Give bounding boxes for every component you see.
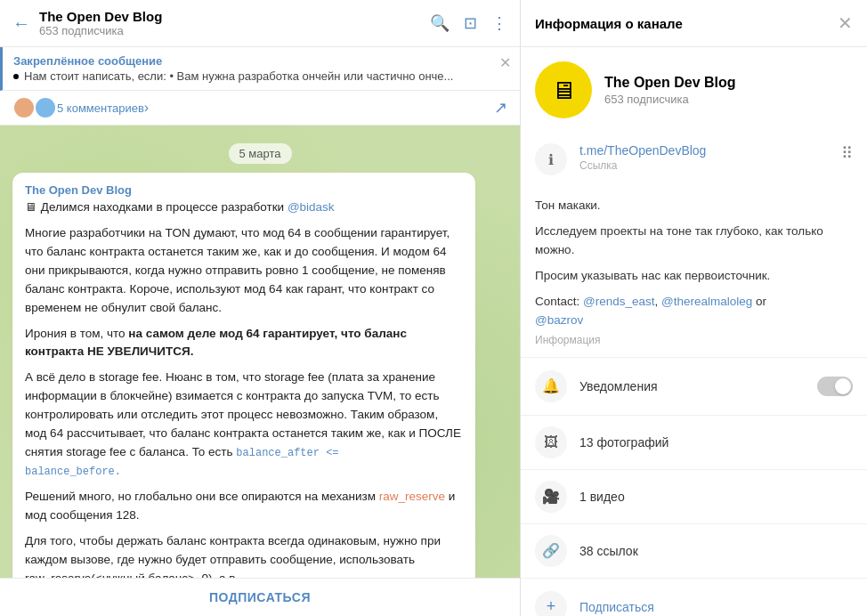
- chat-header-info: The Open Dev Blog 653 подписчика: [39, 9, 430, 37]
- bell-icon: 🔔: [535, 370, 567, 402]
- comments-link[interactable]: 5 комментариев: [57, 101, 144, 115]
- links-row[interactable]: 🔗 38 ссылок: [521, 524, 867, 579]
- back-button[interactable]: ←: [12, 13, 30, 34]
- close-icon[interactable]: ✕: [838, 12, 853, 34]
- pinned-dot: [13, 74, 19, 79]
- channel-meta: The Open Dev Blog 653 подписчика: [604, 75, 736, 106]
- info-circle-icon: ℹ: [535, 143, 567, 175]
- videos-icon: 🎥: [535, 481, 567, 513]
- channel-subscribers: 653 подписчика: [604, 93, 736, 106]
- channel-name: The Open Dev Blog: [604, 75, 736, 91]
- links-label: 38 ссылок: [579, 544, 853, 558]
- photos-label: 13 фотографий: [579, 435, 853, 450]
- chat-subtitle: 653 подписчика: [39, 24, 430, 37]
- info-section: ℹ t.me/TheOpenDevBlog Ссылка ⠿: [521, 133, 867, 186]
- videos-row[interactable]: 🎥 1 видео: [521, 470, 867, 524]
- subscribe-icon: +: [535, 591, 567, 616]
- contact-1[interactable]: @rends_east: [583, 295, 655, 308]
- share-icon[interactable]: ↗: [494, 98, 507, 118]
- contact-4[interactable]: @bazrov: [535, 313, 583, 327]
- notifications-row: 🔔 Уведомления: [521, 358, 867, 416]
- subscribe-row[interactable]: + Подписаться: [521, 579, 867, 616]
- link-content: t.me/TheOpenDevBlog Ссылка: [579, 143, 829, 172]
- comments-bar: 5 комментариев › ↗: [0, 91, 520, 126]
- date-divider: 5 марта: [12, 143, 507, 164]
- channel-link[interactable]: t.me/TheOpenDevBlog: [579, 143, 829, 158]
- message-bubble: The Open Dev Blog 🖥 Делимся находками в …: [12, 173, 475, 578]
- description-text: Тон макаки. Исследуем проекты на тоне та…: [535, 197, 853, 330]
- link-row: ℹ t.me/TheOpenDevBlog Ссылка ⠿: [535, 133, 853, 186]
- date-badge: 5 марта: [229, 143, 292, 164]
- videos-label: 1 видео: [579, 490, 853, 504]
- pinned-message[interactable]: Закреплённое сообщение Нам стоит написат…: [0, 47, 520, 91]
- message-sender: The Open Dev Blog: [25, 183, 463, 197]
- chat-header: ← The Open Dev Blog 653 подписчика 🔍 ⊡ ⋮: [0, 0, 520, 47]
- subscribe-bar: ПОДПИСАТЬСЯ: [0, 578, 520, 616]
- message-body: 🖥 Делимся находками в процессе разработк…: [25, 199, 463, 578]
- message-mention[interactable]: @bidask: [288, 200, 335, 214]
- right-panel-title: Информация о канале: [535, 16, 683, 31]
- subscribe-button[interactable]: ПОДПИСАТЬСЯ: [209, 590, 311, 604]
- qr-icon[interactable]: ⠿: [841, 143, 853, 163]
- links-icon: 🔗: [535, 535, 567, 567]
- channel-info-top: 🖥 The Open Dev Blog 653 подписчика: [521, 47, 867, 133]
- chat-title: The Open Dev Blog: [39, 9, 430, 24]
- subscribe-label: Подписаться: [579, 600, 654, 614]
- pinned-close-button[interactable]: ✕: [499, 54, 511, 71]
- raw-reserve-link[interactable]: raw_reserve: [379, 490, 445, 503]
- description-block: Тон макаки. Исследуем проекты на тоне та…: [521, 186, 867, 358]
- photos-icon: 🖼: [535, 426, 567, 458]
- info-meta-label: Информация: [535, 334, 853, 346]
- channel-avatar: 🖥: [535, 61, 592, 118]
- more-icon[interactable]: ⋮: [491, 13, 507, 33]
- left-panel: ← The Open Dev Blog 653 подписчика 🔍 ⊡ ⋮…: [0, 0, 521, 616]
- notifications-toggle[interactable]: [817, 377, 853, 396]
- avatars: [12, 96, 57, 119]
- layout-icon[interactable]: ⊡: [464, 13, 477, 33]
- search-icon[interactable]: 🔍: [430, 13, 450, 33]
- code-snippet-2: balance_before.: [25, 466, 121, 478]
- avatar: [12, 96, 36, 119]
- chat-background: 5 марта The Open Dev Blog 🖥 Делимся нахо…: [0, 126, 520, 578]
- comments-arrow-icon[interactable]: ›: [144, 100, 149, 116]
- right-panel: Информация о канале ✕ 🖥 The Open Dev Blo…: [521, 0, 867, 616]
- message-emoji: 🖥: [25, 200, 37, 214]
- pinned-text: Нам стоит написать, если: • Вам нужна ра…: [13, 69, 509, 83]
- contact-2[interactable]: @therealmaloleg: [661, 295, 752, 308]
- pinned-label: Закреплённое сообщение: [13, 54, 509, 68]
- code-snippet-1: balance_after <=: [236, 447, 338, 459]
- photos-row[interactable]: 🖼 13 фотографий: [521, 416, 867, 470]
- right-header: Информация о канале ✕: [521, 0, 867, 47]
- link-label: Ссылка: [579, 159, 829, 172]
- avatar: [34, 96, 57, 119]
- chat-header-icons: 🔍 ⊡ ⋮: [430, 13, 507, 33]
- notifications-label: Уведомления: [579, 379, 805, 393]
